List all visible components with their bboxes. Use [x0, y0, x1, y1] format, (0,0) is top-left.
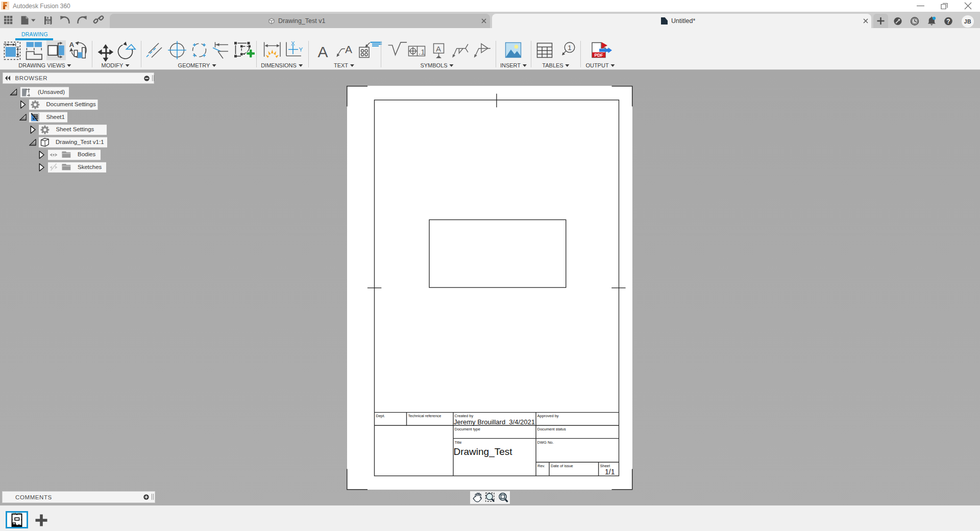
svg-text:Date of issue: Date of issue — [551, 464, 573, 468]
svg-text:A: A — [318, 43, 328, 60]
svg-text:A: A — [69, 41, 75, 49]
svg-text:Jeremy Brouillard 3/4/2021: Jeremy Brouillard 3/4/2021 — [454, 418, 535, 426]
svg-text:Approved by: Approved by — [537, 414, 559, 418]
svg-text:JB: JB — [964, 18, 971, 25]
svg-text:A: A — [436, 44, 441, 53]
svg-text:Document type: Document type — [455, 427, 480, 431]
svg-text:A: A — [345, 43, 352, 55]
svg-text:?: ? — [946, 18, 950, 25]
svg-text:PDF: PDF — [595, 53, 603, 58]
svg-text:Document status: Document status — [537, 427, 567, 431]
svg-text:DWG No.: DWG No. — [537, 440, 554, 445]
svg-text:.1: .1 — [419, 47, 425, 56]
svg-text:Y: Y — [299, 46, 303, 53]
svg-text:1/1: 1/1 — [605, 468, 615, 476]
svg-text:Rev.: Rev. — [537, 464, 545, 468]
svg-text:Drawing_Test: Drawing_Test — [454, 446, 513, 457]
svg-text:X: X — [291, 41, 295, 46]
svg-text:1: 1 — [568, 44, 572, 52]
svg-text:Title: Title — [455, 440, 462, 445]
svg-text:Dept.: Dept. — [376, 414, 385, 418]
svg-text:Technical reference: Technical reference — [408, 414, 442, 418]
